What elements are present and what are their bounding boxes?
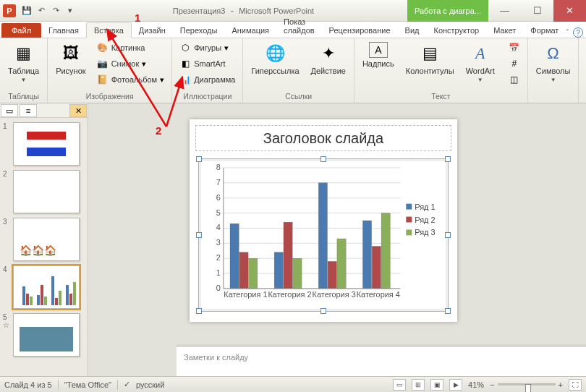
wordart-icon: A <box>469 42 492 65</box>
quick-access-toolbar: P 💾 ↶ ↷ ▾ <box>0 4 80 17</box>
annotation-1: 1 <box>135 12 140 24</box>
tab-view[interactable]: Вид <box>398 23 427 38</box>
theme-name[interactable]: "Тема Office" <box>64 380 111 389</box>
hyperlink-icon: 🌐 <box>263 42 286 65</box>
headerfooter-button[interactable]: ▤ Колонтитулы <box>402 40 458 77</box>
undo-icon[interactable]: ↶ <box>35 4 48 17</box>
outline-tab[interactable]: ≡ <box>20 104 37 117</box>
slideshow-view-button[interactable]: ▶ <box>449 379 462 391</box>
svg-rect-5 <box>37 295 40 305</box>
svg-line-1 <box>166 77 182 127</box>
svg-rect-34 <box>249 258 258 289</box>
powerpoint-logo: P <box>3 4 16 17</box>
picture-icon: 🖼 <box>59 42 82 65</box>
save-icon[interactable]: 💾 <box>20 4 33 17</box>
svg-text:1: 1 <box>216 268 221 277</box>
status-bar: Слайд 4 из 5 "Тема Office" ✓ русский ▭ ⊞… <box>0 376 586 392</box>
svg-line-0 <box>107 30 166 127</box>
zoom-thumb[interactable] <box>525 384 531 392</box>
symbols-button[interactable]: Ω Символы ▼ <box>532 40 574 85</box>
tab-slideshow[interactable]: Показ слайдов <box>276 14 322 38</box>
svg-text:2: 2 <box>216 253 221 262</box>
group-media: 🔊 Мультимедиа ▼ <box>579 38 586 103</box>
object-icon: ◫ <box>509 74 520 85</box>
thumbnail-5[interactable]: 5☆ <box>3 313 85 357</box>
svg-rect-10 <box>59 291 61 305</box>
spellcheck-icon[interactable]: ✓ <box>124 380 130 389</box>
svg-text:3: 3 <box>216 238 221 247</box>
sorter-view-button[interactable]: ⊞ <box>412 379 425 391</box>
svg-rect-8 <box>51 276 54 305</box>
slide-canvas[interactable]: Заголовок слайда 012345678Категория 1Кат… <box>190 119 457 322</box>
svg-text:7: 7 <box>216 178 221 187</box>
svg-text:Ряд 3: Ряд 3 <box>415 228 435 237</box>
zoom-slider[interactable]: − + <box>490 380 563 389</box>
svg-text:Категория 3: Категория 3 <box>313 290 356 299</box>
hyperlink-button[interactable]: 🌐 Гиперссылка <box>247 40 302 77</box>
close-pane-button[interactable]: ✕ <box>69 104 87 117</box>
group-symbols: Ω Символы ▼ <box>528 38 579 103</box>
zoom-track[interactable] <box>498 383 556 385</box>
object-button[interactable]: ◫ <box>506 72 523 87</box>
slide-title-placeholder[interactable]: Заголовок слайда <box>195 125 451 151</box>
notes-pane[interactable]: Заметки к слайду <box>177 344 586 376</box>
normal-view-button[interactable]: ▭ <box>393 379 406 391</box>
annotation-2: 2 <box>156 124 161 137</box>
svg-text:0: 0 <box>216 284 221 292</box>
svg-rect-45 <box>372 247 381 289</box>
svg-rect-2 <box>22 286 25 305</box>
tab-home[interactable]: Главная <box>41 23 86 38</box>
window-title: Презентация3 - Microsoft PowerPoint <box>80 5 407 16</box>
media-button[interactable]: 🔊 Мультимедиа ▼ <box>583 40 586 85</box>
zoom-out-button[interactable]: − <box>490 380 494 389</box>
svg-text:4: 4 <box>216 223 221 231</box>
slidenum-button[interactable]: # <box>506 56 523 71</box>
slide-stage[interactable]: Заголовок слайда 012345678Категория 1Кат… <box>88 103 586 376</box>
date-button[interactable]: 📅 <box>506 41 523 55</box>
thumbnail-4[interactable]: 4 <box>3 265 85 309</box>
slide-position[interactable]: Слайд 4 из 5 <box>4 380 52 389</box>
fit-to-window-button[interactable]: ⛶ <box>569 379 582 391</box>
contextual-tab-chart-tools[interactable]: Работа с диагра... <box>407 0 488 22</box>
tab-chart-design[interactable]: Конструктор <box>426 23 486 38</box>
picture-button[interactable]: 🖼 Рисунок <box>52 40 90 85</box>
zoom-in-button[interactable]: + <box>559 380 563 389</box>
maximize-button[interactable]: ☐ <box>521 0 553 22</box>
tab-animations[interactable]: Анимация <box>224 23 276 38</box>
action-icon: ✦ <box>317 42 340 65</box>
ribbon-tabs: Файл Главная Вставка Дизайн Переходы Ани… <box>0 22 586 38</box>
svg-rect-36 <box>274 252 283 289</box>
svg-rect-6 <box>41 285 43 305</box>
tab-file[interactable]: Файл <box>1 23 41 38</box>
close-button[interactable]: ✕ <box>553 0 586 22</box>
tab-review[interactable]: Рецензирование <box>322 23 398 38</box>
window-controls: — ☐ ✕ <box>488 0 586 22</box>
language[interactable]: русский <box>136 380 164 389</box>
svg-rect-13 <box>73 282 76 305</box>
redo-icon[interactable]: ↷ <box>49 4 62 17</box>
ribbon-minimize-icon[interactable]: ˆ <box>566 28 569 37</box>
tab-chart-format[interactable]: Формат <box>523 23 566 38</box>
tab-chart-layout[interactable]: Макет <box>486 23 523 38</box>
action-button[interactable]: ✦ Действие <box>307 40 349 77</box>
table-button[interactable]: ▦ Таблица ▼ <box>4 40 43 85</box>
svg-rect-7 <box>44 297 47 305</box>
zoom-value[interactable]: 41% <box>468 380 484 389</box>
qa-dropdown-icon[interactable]: ▾ <box>64 4 77 17</box>
thumbnail-2[interactable]: 2 <box>3 170 85 213</box>
svg-rect-33 <box>239 252 248 289</box>
help-icon[interactable]: ? <box>573 27 583 38</box>
svg-text:Категория 2: Категория 2 <box>268 290 311 299</box>
thumbnail-1[interactable]: 1 <box>3 122 85 166</box>
reading-view-button[interactable]: ▣ <box>430 379 443 391</box>
minimize-button[interactable]: — <box>488 0 521 22</box>
slides-tab[interactable]: ▭ <box>1 104 18 117</box>
table-icon: ▦ <box>12 42 35 65</box>
svg-rect-37 <box>284 222 292 289</box>
chart-object[interactable]: 012345678Категория 1Категория 2Категория… <box>198 158 449 312</box>
ribbon: ▦ Таблица ▼ Таблицы 🖼 Рисунок 🎨Картинка … <box>0 38 586 103</box>
number-icon: # <box>509 58 520 69</box>
textbox-button[interactable]: A Надпись <box>359 40 398 70</box>
wordart-button[interactable]: A WordArt ▼ <box>462 40 498 85</box>
thumbnail-3[interactable]: 3 <box>3 218 85 261</box>
